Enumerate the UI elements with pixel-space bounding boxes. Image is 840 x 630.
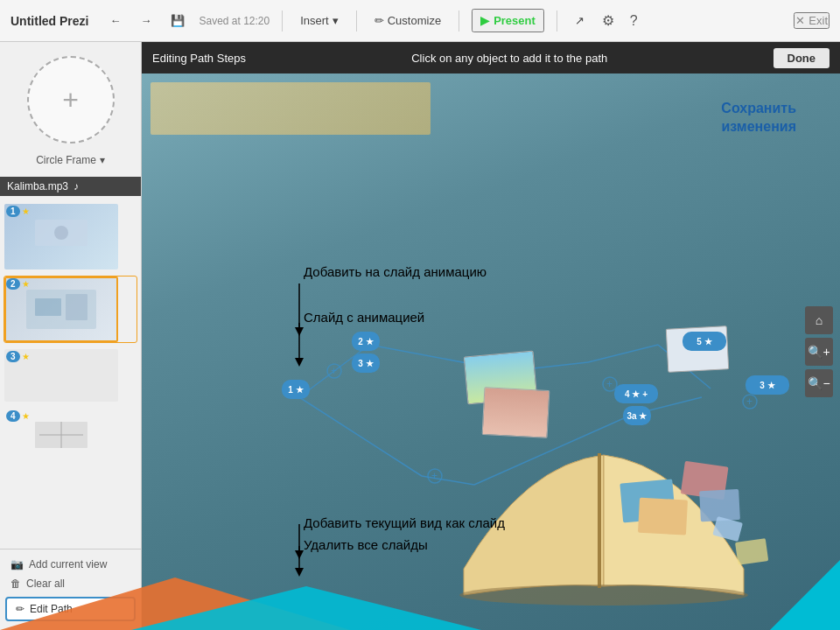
plus-icon: +: [62, 84, 79, 116]
svg-point-24: [327, 364, 341, 378]
svg-rect-14: [735, 538, 768, 565]
trash-icon: 🗑: [10, 578, 21, 590]
exit-label: Exit: [808, 14, 828, 27]
home-nav-button[interactable]: ⌂: [805, 306, 833, 334]
present-label: Present: [494, 14, 536, 27]
zoom-in-button[interactable]: 🔍+: [805, 338, 833, 366]
add-view-label: Add current view: [29, 558, 107, 570]
separator-3: [458, 10, 459, 32]
svg-point-1: [54, 226, 68, 240]
app-title: Untitled Prezi: [10, 14, 88, 28]
svg-text:+: +: [606, 378, 612, 390]
path-node-3a[interactable]: 3a ★: [623, 406, 651, 425]
annotation-3: Добавить текущий вид как слайд: [304, 515, 505, 530]
clear-all-label: Clear all: [26, 578, 65, 590]
separator-4: [556, 10, 557, 32]
slide-1-num: 1 ★: [6, 206, 30, 217]
customize-button[interactable]: ✏ Customize: [369, 10, 446, 31]
insert-label: Insert: [300, 14, 329, 27]
svg-marker-35: [295, 358, 304, 367]
svg-rect-3: [35, 298, 61, 316]
svg-point-8: [459, 584, 748, 606]
path-node-4[interactable]: 4 ★ +: [614, 384, 658, 403]
annotation-1: Добавить на слайд анимацию: [304, 264, 486, 279]
path-node-5[interactable]: 5 ★: [682, 332, 726, 351]
canvas-photo-2: [482, 387, 550, 438]
edit-path-button[interactable]: ✏ Edit Path: [5, 597, 136, 621]
slide-item-1[interactable]: 1 ★: [4, 203, 137, 270]
decor-triangle-cyan: [770, 560, 840, 630]
save-annotation: Сохранить изменения: [721, 100, 796, 136]
svg-line-18: [588, 345, 658, 362]
help-button[interactable]: ?: [626, 10, 641, 32]
canvas[interactable]: + + + + 1 ★ 2 ★ 3 ★ 3a ★: [142, 74, 840, 630]
undo-button[interactable]: ←: [104, 10, 126, 31]
close-icon: ✕: [795, 14, 805, 27]
svg-marker-39: [295, 568, 304, 577]
path-node-3r[interactable]: 3 ★: [746, 375, 789, 395]
star-icon-3: ★: [22, 352, 30, 361]
add-view-button[interactable]: 📷 Add current view: [5, 555, 136, 574]
share-button[interactable]: ↗: [570, 10, 590, 31]
svg-marker-37: [295, 550, 304, 559]
svg-text:+: +: [746, 396, 752, 408]
save-button[interactable]: 💾: [165, 10, 190, 31]
main-container: + Circle Frame ▾ Kalimba.mp3 ♪ 1 ★: [0, 42, 840, 630]
canvas-area: Editing Path Steps Click on any object t…: [142, 42, 840, 630]
separator-2: [356, 10, 357, 32]
editing-bar: Editing Path Steps Click on any object t…: [142, 42, 840, 74]
slide-4-num: 4 ★: [6, 410, 30, 422]
present-button[interactable]: ▶ Present: [472, 9, 544, 32]
edit-path-label: Edit Path: [30, 603, 73, 615]
music-bar: Kalimba.mp3 ♪: [0, 177, 141, 196]
slide-item-3[interactable]: 3 ★: [4, 348, 137, 402]
svg-text:+: +: [431, 470, 438, 482]
slide-3-num: 3 ★: [6, 351, 30, 362]
annotation-2: Слайд с анимацией: [304, 310, 424, 325]
svg-point-30: [743, 395, 757, 409]
customize-label: Customize: [388, 14, 441, 27]
done-button[interactable]: Done: [774, 48, 830, 68]
redo-button[interactable]: →: [135, 10, 157, 31]
add-frame-button[interactable]: +: [27, 56, 115, 144]
sidebar-bottom: 📷 Add current view 🗑 Clear all ✏ Edit Pa…: [0, 549, 141, 630]
play-icon: ▶: [480, 14, 489, 27]
editing-steps-label: Editing Path Steps: [152, 52, 246, 65]
zoom-out-button[interactable]: 🔍−: [805, 369, 833, 397]
svg-rect-4: [66, 294, 88, 320]
svg-rect-10: [638, 498, 688, 536]
path-node-3[interactable]: 3 ★: [352, 354, 380, 373]
saved-status: Saved at 12:20: [199, 15, 270, 27]
arrow-2: [290, 323, 308, 367]
pencil-icon: ✏: [374, 14, 384, 27]
star-icon-2: ★: [22, 279, 30, 289]
star-icon-1: ★: [22, 206, 30, 216]
star-icon-4: ★: [22, 411, 30, 421]
canvas-banner: [150, 82, 430, 135]
slide-item-2[interactable]: 2 ★: [4, 276, 137, 343]
toolbar: Untitled Prezi ← → 💾 Saved at 12:20 Inse…: [0, 0, 840, 42]
nav-controls: ⌂ 🔍+ 🔍−: [805, 306, 833, 397]
annotation-4: Удалить все слайды: [304, 537, 428, 552]
slide-item-4[interactable]: 4 ★: [4, 408, 137, 462]
sidebar: + Circle Frame ▾ Kalimba.mp3 ♪ 1 ★: [0, 42, 142, 630]
frame-label: Circle Frame ▾: [36, 150, 105, 170]
settings-button[interactable]: ⚙: [598, 9, 618, 32]
music-filename: Kalimba.mp3: [7, 180, 68, 192]
svg-marker-33: [295, 327, 304, 336]
frame-chevron-icon: ▾: [100, 154, 105, 166]
exit-button[interactable]: ✕ Exit: [794, 12, 830, 29]
path-node-2[interactable]: 2 ★: [352, 332, 380, 351]
insert-button[interactable]: Insert ▾: [295, 10, 344, 31]
insert-chevron-icon: ▾: [332, 14, 339, 27]
svg-line-20: [299, 397, 422, 476]
editing-hint: Click on any object to add it to the pat…: [411, 52, 607, 65]
slide-list: 1 ★ 2 ★: [0, 200, 141, 549]
clear-all-button[interactable]: 🗑 Clear all: [5, 574, 136, 593]
path-node-1[interactable]: 1 ★: [282, 380, 310, 399]
camera-icon: 📷: [10, 558, 24, 570]
svg-text:+: +: [331, 365, 337, 377]
edit-path-pencil-icon: ✏: [16, 603, 24, 615]
music-note-icon: ♪: [74, 180, 79, 192]
book-illustration: [438, 411, 770, 612]
